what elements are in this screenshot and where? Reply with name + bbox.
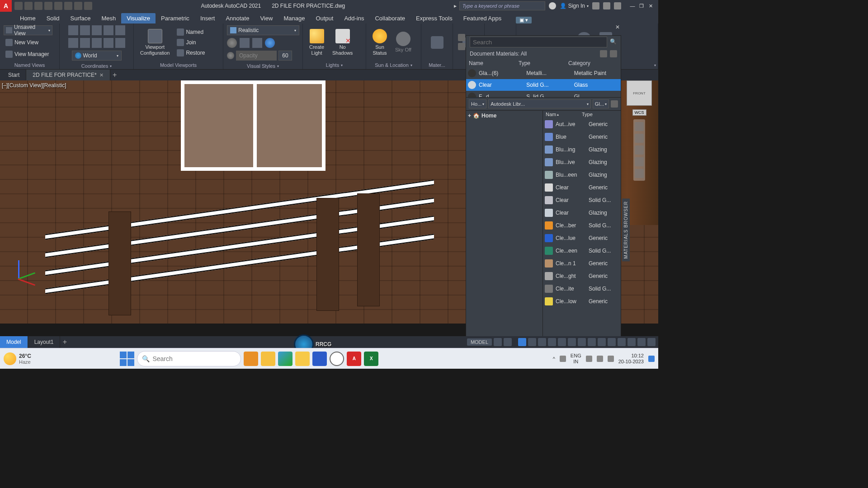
col-type[interactable]: Type [519, 60, 568, 66]
customize-icon[interactable] [647, 338, 656, 346]
pan-icon[interactable] [635, 134, 644, 143]
anno-monitor-icon[interactable] [588, 338, 596, 346]
ucs-icon-10[interactable] [115, 38, 125, 48]
restore-viewports-button[interactable]: Restore [175, 48, 207, 57]
hardware-accel-icon[interactable] [618, 338, 626, 346]
3dosnap-icon[interactable] [558, 338, 566, 346]
mat-panel-close-icon[interactable]: ✕ [615, 24, 620, 30]
taskbar-app-2[interactable] [261, 352, 275, 366]
shade-sphere-icon-4[interactable] [265, 38, 275, 48]
ribbon-tab-mesh[interactable]: Mesh [96, 13, 121, 23]
viewport-label[interactable]: [–][Custom View][Realistic] [2, 82, 66, 89]
lib-col-name[interactable]: Nam▴ [546, 112, 582, 117]
help-icon[interactable] [614, 2, 621, 9]
search-icon[interactable] [549, 2, 556, 9]
taskbar-weather[interactable]: 26°C Haze [4, 352, 31, 365]
quickprops-icon[interactable] [608, 338, 616, 346]
ucs-icon-4[interactable] [104, 25, 113, 35]
ribbon-tab-add-ins[interactable]: Add-ins [339, 13, 369, 23]
tray-battery-icon[interactable] [608, 356, 614, 362]
polar-icon[interactable] [528, 338, 536, 346]
ribbon-tab-solid[interactable]: Solid [41, 13, 65, 23]
ucs-icon-7[interactable] [80, 38, 90, 48]
library-material-row[interactable]: Blu...eenGlazing [543, 169, 621, 181]
modelspace-toggle[interactable]: MODEL [467, 338, 492, 346]
add-layout-button[interactable]: + [60, 338, 69, 346]
language-indicator[interactable]: ENG IN [571, 353, 581, 364]
new-tab-button[interactable]: + [110, 71, 119, 79]
ucs-gizmo[interactable] [5, 260, 36, 292]
ribbon-tab-parametric[interactable]: Parametric [156, 13, 195, 23]
ribbon-tab-express-tools[interactable]: Express Tools [410, 13, 458, 23]
taskbar-dell[interactable] [330, 352, 344, 366]
save-icon[interactable] [34, 2, 42, 10]
layout1-tab[interactable]: Layout1 [28, 336, 61, 348]
taskbar-excel[interactable]: X [364, 352, 378, 366]
viewcube[interactable]: FRONT [627, 80, 652, 106]
ribbon-tab-output[interactable]: Output [310, 13, 339, 23]
tray-mic-icon[interactable] [560, 356, 566, 362]
library-material-row[interactable]: Blu...ingGlazing [543, 143, 621, 156]
close-button[interactable]: ✕ [646, 2, 655, 9]
tree-home-node[interactable]: + 🏠 Home [468, 113, 541, 119]
col-category[interactable]: Category [568, 60, 618, 66]
ribbon-tab-manage[interactable]: Manage [278, 13, 310, 23]
workspace-icon[interactable] [578, 338, 586, 346]
wcs-label[interactable]: WCS [632, 109, 646, 116]
orbit-icon[interactable] [635, 157, 644, 166]
units-icon[interactable] [598, 338, 606, 346]
isolate-icon[interactable] [627, 338, 636, 346]
col-name[interactable]: Name [469, 60, 519, 66]
sky-off-button[interactable]: Sky Off [392, 31, 414, 53]
viewport-config-button[interactable]: Viewport Configuration [137, 28, 172, 56]
library-material-row[interactable]: Cle...berSolid G... [543, 219, 621, 232]
minimize-button[interactable]: — [628, 2, 637, 9]
ribbon-tab-featured-apps[interactable]: Featured Apps [458, 13, 507, 23]
taskbar-search[interactable]: 🔍 Search [137, 351, 241, 366]
shade-sphere-icon-1[interactable] [227, 38, 237, 48]
ucs-icon-3[interactable] [92, 25, 102, 35]
doc-material-row[interactable]: ClearSolid G...Glass [466, 79, 621, 91]
feature-pill[interactable]: ▣ ▾ [516, 17, 532, 23]
ucs-icon-6[interactable] [68, 38, 78, 48]
library-material-row[interactable]: Blu...iveGlazing [543, 156, 621, 169]
ucs-icon-9[interactable] [104, 38, 113, 48]
taskbar-store[interactable] [312, 352, 327, 366]
mat-panel-pin-icon[interactable] [458, 34, 465, 41]
library-tree[interactable]: + 🏠 Home [466, 111, 543, 344]
ribbon-tab-surface[interactable]: Surface [65, 13, 96, 23]
taskbar-autocad[interactable]: A [347, 352, 361, 366]
autodesk-app-icon[interactable] [603, 2, 610, 9]
world-ucs-dropdown[interactable]: World ▾ [72, 51, 122, 61]
close-tab-icon[interactable]: ✕ [99, 72, 104, 78]
sun-status-button[interactable]: Sun Status [370, 28, 390, 56]
redo-icon[interactable] [84, 2, 92, 10]
tray-notification-icon[interactable] [648, 356, 655, 362]
osnap-icon[interactable] [548, 338, 556, 346]
library-filter-dropdown[interactable]: Gl...▾ [593, 99, 609, 108]
opacity-icon[interactable] [227, 52, 234, 59]
taskbar-app-1[interactable] [244, 352, 258, 366]
taskbar-edge[interactable] [278, 352, 292, 366]
doc-material-row[interactable]: Gla...(6)Metalli...Metallic Paint [466, 67, 621, 79]
new-icon[interactable] [14, 2, 23, 10]
infocenter-search[interactable]: Type a keyword or phrase [459, 1, 545, 10]
library-material-row[interactable]: ClearGlazing [543, 206, 621, 219]
sign-in-button[interactable]: 👤 Sign In ▾ [560, 3, 589, 9]
cleanscreen-icon[interactable] [637, 338, 646, 346]
zoom-icon[interactable] [635, 145, 644, 155]
ucs-icon-2[interactable] [80, 25, 90, 35]
steering-wheel-icon[interactable] [635, 122, 644, 131]
library-material-row[interactable]: Cle...n 1Generic [543, 257, 621, 270]
library-material-row[interactable]: Aut...iveGeneric [543, 118, 621, 131]
grid-view-icon[interactable] [600, 50, 607, 57]
ribbon-tab-home[interactable]: Home [14, 13, 41, 23]
named-viewports-button[interactable]: Named [175, 28, 207, 37]
tray-volume-icon[interactable] [597, 356, 603, 362]
tray-wifi-icon[interactable] [586, 356, 592, 362]
library-material-row[interactable]: Cle...lueGeneric [543, 232, 621, 244]
opacity-value-field[interactable]: 60 [278, 51, 292, 61]
share-icon[interactable]: ▸ [451, 3, 459, 9]
ribbon-tab-collaborate[interactable]: Collaborate [369, 13, 410, 23]
materials-browser-icon[interactable] [431, 36, 443, 49]
